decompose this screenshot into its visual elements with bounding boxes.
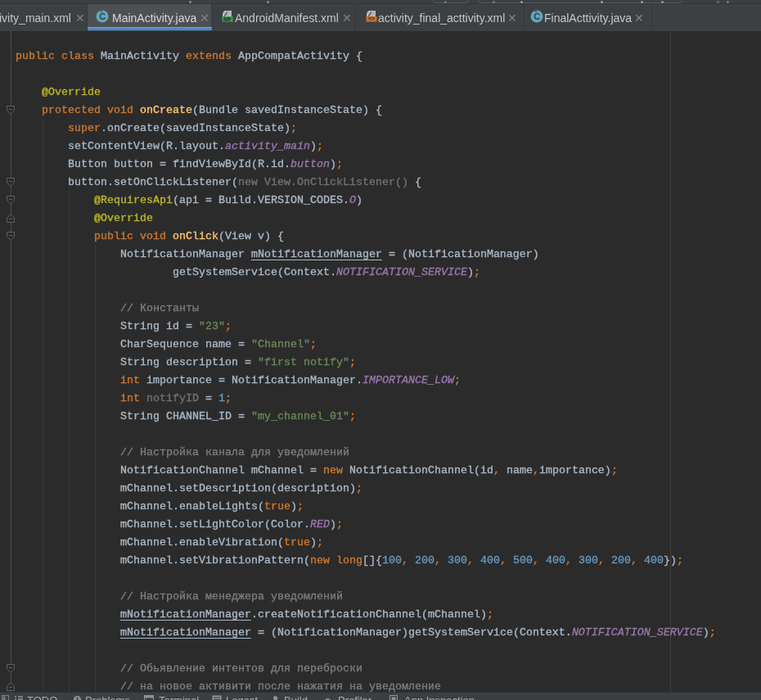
svg-text:C: C (99, 11, 106, 21)
svg-text:C: C (534, 11, 540, 21)
svg-text:MF: MF (223, 16, 232, 22)
svg-text:<>: <> (368, 16, 375, 21)
